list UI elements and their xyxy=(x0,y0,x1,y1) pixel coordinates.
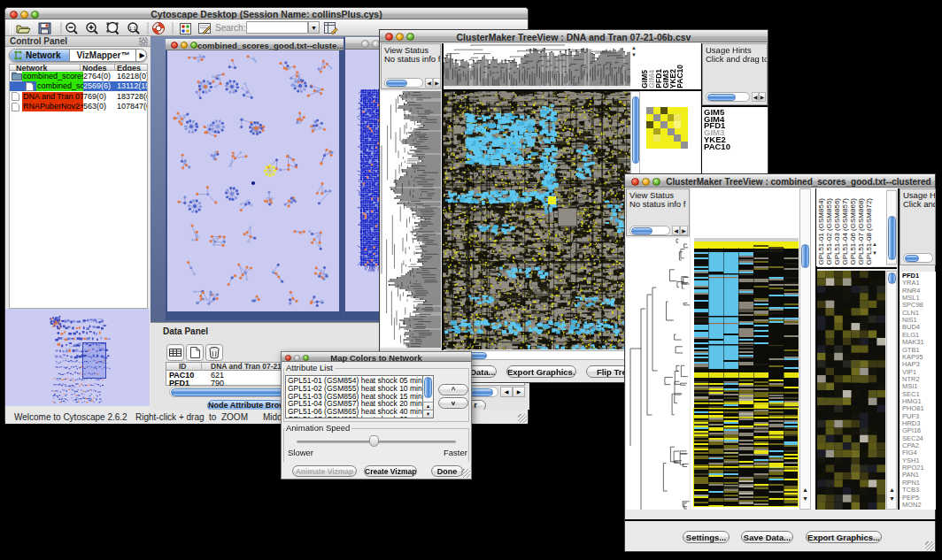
svg-text:1:1: 1:1 xyxy=(129,26,137,31)
